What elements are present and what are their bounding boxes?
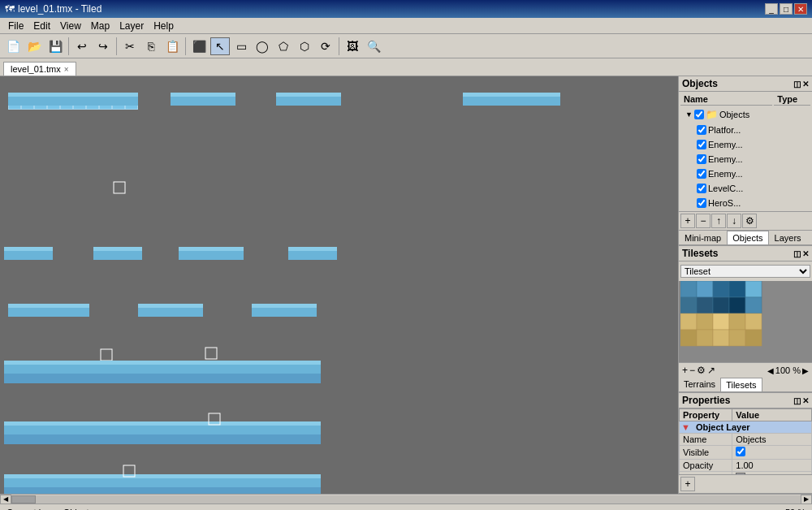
prop-row-opacity: Opacity 1.00 — [680, 460, 812, 472]
move-down-button[interactable]: ↓ — [727, 214, 741, 228]
item-visible-2[interactable] — [697, 140, 706, 149]
main-tab[interactable]: level_01.tmx × — [3, 62, 76, 76]
tilesets-title: Tilesets — [682, 248, 718, 259]
item-label-5: LevelC... — [708, 184, 743, 193]
maximize-button[interactable]: □ — [780, 3, 793, 15]
select-button[interactable]: ↖ — [210, 37, 230, 55]
menu-help[interactable]: Help — [149, 19, 179, 33]
tileset-export-button[interactable]: ↗ — [707, 365, 715, 376]
tileset-preview[interactable] — [679, 281, 812, 362]
tileset-action-icons[interactable]: + − ⚙ ↗ — [682, 365, 715, 376]
list-item[interactable]: HeroS... — [680, 197, 810, 210]
item-visible-4[interactable] — [697, 169, 706, 179]
menu-layer[interactable]: Layer — [114, 19, 149, 33]
svg-rect-16 — [288, 247, 337, 251]
svg-rect-42 — [745, 281, 762, 297]
copy-button[interactable]: ⎘ — [141, 37, 161, 55]
item-visible-1[interactable] — [697, 125, 706, 135]
close-button[interactable]: ✕ — [794, 3, 807, 15]
new-button[interactable]: 📄 — [3, 37, 23, 55]
list-item[interactable]: LevelC... — [680, 182, 810, 195]
properties-lock-icon[interactable]: ◫ — [793, 396, 801, 405]
list-item[interactable]: Enemy... — [680, 167, 810, 180]
add-tileset-button[interactable]: + — [682, 365, 688, 376]
scroll-left-button[interactable]: ◀ — [0, 495, 11, 504]
menu-edit[interactable]: Edit — [28, 19, 55, 33]
item-label-3: Enemy... — [708, 154, 743, 164]
prop-visible-value[interactable] — [732, 446, 812, 460]
svg-rect-50 — [713, 313, 729, 330]
svg-rect-39 — [697, 281, 713, 297]
list-item[interactable]: Enemy... — [680, 138, 810, 151]
move-up-button[interactable]: ↑ — [711, 214, 726, 228]
svg-rect-49 — [697, 313, 713, 330]
paste-button[interactable]: 📋 — [162, 37, 182, 55]
item-visible-6[interactable] — [697, 198, 706, 208]
properties-controls[interactable]: ◫ ✕ — [793, 396, 809, 405]
properties-table: Property Value ▼ Object Layer Name — [679, 408, 812, 474]
objects-panel-lock[interactable]: ◫ — [793, 80, 801, 89]
eraser-button[interactable]: ⟳ — [316, 37, 335, 55]
svg-rect-7 — [463, 93, 560, 97]
scroll-thumb[interactable] — [11, 495, 36, 504]
add-object-button[interactable]: + — [680, 214, 695, 228]
tilesets-lock-icon[interactable]: ◫ — [793, 249, 801, 258]
tileset-props-button[interactable]: ⚙ — [697, 365, 706, 376]
ellipse-button[interactable]: ◯ — [253, 37, 272, 55]
scroll-right-button[interactable]: ▶ — [801, 495, 812, 504]
canvas-area[interactable] — [0, 76, 678, 494]
tree-root-visible[interactable] — [694, 110, 704, 119]
window-controls[interactable]: _ □ ✕ — [765, 3, 807, 15]
cut-button[interactable]: ✂ — [120, 37, 140, 55]
tree-root-row[interactable]: ▼ 📁 Objects — [680, 107, 810, 122]
svg-rect-14 — [179, 247, 244, 251]
tab-minimap[interactable]: Mini-map — [679, 231, 727, 244]
list-item[interactable]: Platfor... — [680, 123, 810, 136]
open-button[interactable]: 📂 — [24, 37, 44, 55]
remove-object-button[interactable]: − — [696, 214, 710, 228]
stamp-button[interactable]: ⬛ — [189, 37, 209, 55]
add-property-button[interactable]: + — [680, 477, 695, 491]
objects-panel-close[interactable]: ✕ — [802, 80, 809, 89]
save-button[interactable]: 💾 — [45, 37, 65, 55]
zoom-out-button[interactable]: ◀ — [767, 366, 774, 375]
tab-close[interactable]: × — [64, 65, 69, 74]
tab-layers[interactable]: Layers — [769, 231, 807, 244]
tilesets-close-icon[interactable]: ✕ — [802, 249, 809, 258]
tree-arrow[interactable]: ▼ — [685, 110, 693, 119]
minimize-button[interactable]: _ — [765, 3, 778, 15]
scroll-track[interactable] — [11, 495, 801, 504]
prop-name-label: Name — [680, 434, 732, 446]
zoom-control: ◀ 100 % ▶ — [767, 365, 809, 375]
menu-map[interactable]: Map — [86, 19, 114, 33]
svg-rect-46 — [729, 297, 745, 313]
tileset-dropdown[interactable]: Tileset — [680, 265, 810, 278]
rect-button[interactable]: ▭ — [231, 37, 251, 55]
horizontal-scrollbar[interactable]: ◀ ▶ — [0, 494, 812, 504]
fill-button[interactable]: ⬡ — [295, 37, 314, 55]
tilesets-controls[interactable]: ◫ ✕ — [793, 249, 809, 258]
properties-close-icon[interactable]: ✕ — [802, 396, 809, 405]
remove-tileset-button[interactable]: − — [689, 365, 695, 376]
tilesets-header: Tilesets ◫ ✕ — [679, 246, 812, 261]
tileset-button[interactable]: 🖼 — [343, 37, 362, 55]
polygon-button[interactable]: ⬠ — [274, 37, 293, 55]
objects-panel-controls[interactable]: ◫ ✕ — [793, 80, 809, 89]
menu-file[interactable]: File — [3, 19, 28, 33]
properties-button[interactable]: ⚙ — [742, 214, 757, 228]
item-visible-5[interactable] — [697, 184, 706, 193]
redo-button[interactable]: ↪ — [93, 37, 113, 55]
zoom-level-label: 50 % — [785, 508, 806, 511]
item-visible-3[interactable] — [697, 154, 706, 164]
svg-rect-1 — [8, 93, 138, 97]
undo-button[interactable]: ↩ — [72, 37, 92, 55]
tab-tilesets[interactable]: Tilesets — [720, 378, 762, 391]
menu-view[interactable]: View — [55, 19, 86, 33]
zoom-button[interactable]: 🔍 — [364, 37, 383, 55]
tab-terrains[interactable]: Terrains — [679, 378, 720, 391]
tileset-select-container[interactable]: Tileset — [679, 261, 812, 281]
list-item[interactable]: Enemy... — [680, 153, 810, 166]
zoom-in-button[interactable]: ▶ — [802, 366, 809, 375]
sep4 — [339, 37, 339, 55]
tab-objects[interactable]: Objects — [727, 231, 768, 244]
